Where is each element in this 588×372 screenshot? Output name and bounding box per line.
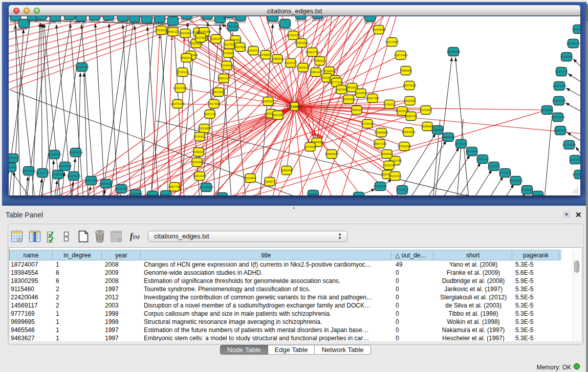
svg-text:9227349: 9227349: [555, 70, 568, 73]
svg-text:1962610: 1962610: [295, 18, 307, 22]
svg-text:12213369: 12213369: [173, 86, 187, 90]
svg-text:8912237: 8912237: [214, 22, 226, 26]
svg-text:2967608: 2967608: [234, 45, 246, 49]
svg-text:9777169: 9777169: [331, 80, 343, 84]
svg-text:8454749: 8454749: [247, 49, 259, 52]
svg-text:17957255: 17957255: [84, 179, 98, 182]
svg-text:12342737: 12342737: [35, 171, 50, 174]
svg-text:6879197: 6879197: [455, 142, 467, 145]
svg-text:15716485: 15716485: [199, 185, 213, 189]
svg-text:1117263: 1117263: [572, 27, 580, 31]
svg-text:9474444: 9474444: [466, 149, 478, 153]
svg-text:10973493: 10973493: [394, 53, 408, 57]
svg-text:12093872: 12093872: [552, 84, 567, 87]
svg-text:6966160: 6966160: [128, 21, 141, 25]
svg-text:9410226: 9410226: [146, 193, 159, 195]
svg-text:9327505: 9327505: [194, 36, 207, 39]
svg-text:1830029: 1830029: [262, 99, 274, 103]
svg-text:7485063: 7485063: [400, 69, 412, 72]
svg-text:20691406: 20691406: [34, 19, 49, 23]
svg-text:20206536: 20206536: [47, 152, 61, 156]
svg-text:11156829: 11156829: [22, 169, 36, 172]
svg-text:16914479: 16914479: [192, 174, 207, 178]
svg-text:7663822: 7663822: [155, 28, 167, 32]
svg-text:3624554: 3624554: [355, 91, 367, 95]
svg-text:8813054: 8813054: [267, 20, 279, 24]
svg-text:(x): (x): [133, 233, 140, 240]
svg-text:9510844: 9510844: [244, 176, 256, 180]
svg-text:1588520: 1588520: [271, 57, 284, 60]
svg-text:12073155: 12073155: [170, 102, 185, 105]
svg-text:14136141: 14136141: [373, 184, 387, 188]
svg-text:1145193: 1145193: [52, 172, 64, 176]
svg-text:9495756: 9495756: [405, 114, 417, 118]
svg-text:8312005: 8312005: [532, 193, 544, 195]
svg-text:2718126: 2718126: [177, 70, 189, 74]
svg-text:12505135: 12505135: [67, 174, 81, 178]
svg-text:1335061: 1335061: [9, 156, 19, 160]
svg-text:26053346: 26053346: [75, 65, 89, 69]
svg-text:1858455: 1858455: [280, 168, 293, 172]
svg-text:9084067: 9084067: [381, 152, 393, 156]
svg-text:3498222: 3498222: [192, 150, 205, 154]
svg-text:1167533: 1167533: [569, 158, 580, 161]
svg-text:8154122: 8154122: [312, 18, 324, 21]
svg-text:9699695: 9699695: [421, 124, 433, 128]
svg-text:7986322: 7986322: [351, 108, 363, 112]
svg-text:8623301: 8623301: [160, 193, 172, 195]
svg-text:3915411: 3915411: [9, 165, 17, 169]
svg-text:9688661: 9688661: [307, 192, 319, 195]
svg-text:12923466: 12923466: [128, 192, 143, 195]
svg-text:9127744: 9127744: [181, 18, 193, 22]
svg-text:9794028: 9794028: [323, 69, 335, 73]
svg-text:1527602: 1527602: [117, 20, 129, 24]
svg-text:7625488: 7625488: [191, 160, 203, 164]
svg-text:1514845: 1514845: [304, 145, 316, 148]
svg-text:10686609: 10686609: [324, 152, 339, 156]
svg-text:15751074: 15751074: [566, 41, 580, 45]
svg-text:9146821: 9146821: [259, 53, 272, 56]
svg-text:18720407: 18720407: [360, 122, 375, 125]
svg-text:19692971: 19692971: [553, 128, 568, 132]
svg-text:12405571: 12405571: [13, 27, 27, 31]
svg-text:7955812: 7955812: [314, 59, 326, 62]
svg-text:16154838: 16154838: [372, 28, 386, 31]
svg-text:1615132: 1615132: [383, 163, 395, 167]
svg-text:8215955: 8215955: [541, 108, 553, 112]
svg-text:3417008: 3417008: [208, 102, 220, 105]
svg-text:9242848: 9242848: [221, 63, 233, 67]
svg-text:7357224: 7357224: [227, 25, 239, 28]
svg-text:17016504: 17016504: [562, 143, 576, 146]
svg-text:9115460: 9115460: [420, 108, 432, 112]
svg-text:7624540: 7624540: [216, 195, 228, 195]
svg-text:15218506: 15218506: [278, 27, 292, 31]
svg-text:8186328: 8186328: [210, 37, 222, 40]
svg-text:6497568: 6497568: [335, 87, 347, 91]
svg-text:2522214: 2522214: [389, 174, 401, 178]
svg-text:10807487: 10807487: [365, 96, 380, 100]
svg-text:7462667: 7462667: [346, 85, 358, 89]
svg-text:8912954: 8912954: [179, 31, 191, 35]
svg-text:7632621: 7632621: [488, 164, 500, 168]
svg-text:9116721: 9116721: [63, 19, 76, 23]
svg-text:16648784: 16648784: [446, 50, 461, 53]
svg-text:3675685: 3675685: [222, 51, 234, 55]
svg-text:20364456: 20364456: [341, 97, 356, 101]
svg-text:9245652: 9245652: [521, 188, 533, 191]
svg-text:12975115: 12975115: [403, 83, 417, 87]
svg-text:9857791: 9857791: [168, 185, 181, 188]
svg-text:8427552: 8427552: [212, 90, 225, 94]
svg-text:10958107: 10958107: [99, 182, 113, 185]
svg-text:18807249: 18807249: [373, 142, 387, 145]
svg-text:19654923: 19654923: [401, 130, 416, 134]
svg-text:8322037: 8322037: [285, 61, 297, 64]
svg-text:8867951: 8867951: [272, 113, 284, 117]
svg-text:10719155: 10719155: [140, 23, 154, 26]
svg-text:23975867: 23975867: [58, 164, 72, 168]
svg-text:2055713: 2055713: [49, 20, 61, 24]
svg-text:1733426: 1733426: [396, 188, 408, 191]
svg-text:10653267: 10653267: [101, 19, 116, 23]
svg-text:11325419: 11325419: [287, 33, 300, 37]
svg-text:19756928: 19756928: [397, 144, 411, 148]
svg-text:9463627: 9463627: [404, 99, 416, 102]
